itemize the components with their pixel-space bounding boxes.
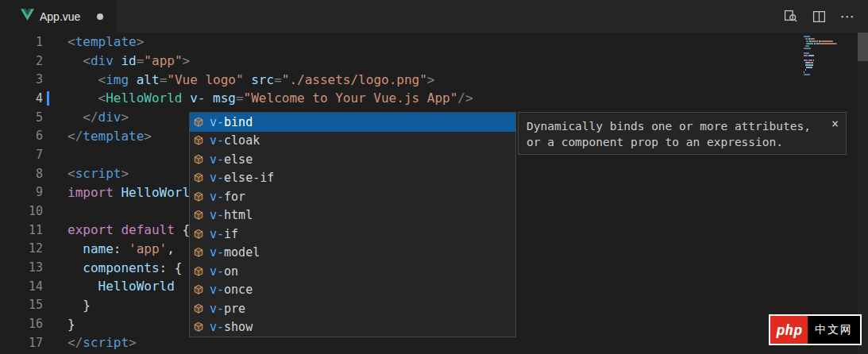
code-text: } <box>68 298 91 313</box>
property-icon <box>193 154 205 165</box>
property-icon <box>193 266 205 277</box>
suggestion-item[interactable]: v-once <box>190 281 515 300</box>
property-icon <box>193 229 205 240</box>
suggestion-item[interactable]: v-model <box>190 244 515 263</box>
suggestion-item[interactable]: v-if <box>190 225 515 244</box>
vue-logo-icon <box>21 9 34 24</box>
code-text: </div> <box>68 110 129 125</box>
code-text: </script> <box>68 335 137 350</box>
tab-title: App.vue <box>40 10 80 23</box>
code-text: <HelloWorld v- msg="Welcome to Your Vue.… <box>68 90 473 106</box>
property-icon <box>193 135 205 146</box>
open-preview-icon[interactable] <box>782 9 798 25</box>
code-text: name: 'app', <box>68 241 175 256</box>
property-icon <box>193 172 205 183</box>
modified-indicator[interactable] <box>97 13 103 20</box>
code-text: components: { <box>68 260 183 275</box>
line-number[interactable]: 3 <box>0 72 43 87</box>
code-text: <div id="app"> <box>68 53 190 68</box>
watermark-cn-text: 中文网 <box>808 316 860 344</box>
suggestion-item[interactable]: v-else <box>190 150 515 169</box>
suggestion-label: v-once <box>210 283 253 297</box>
line-number[interactable]: 11 <box>0 223 43 237</box>
scrollbar-thumb[interactable] <box>858 33 868 61</box>
line-number[interactable]: 4 <box>0 91 43 106</box>
editor[interactable]: 1<template>2 <div id="app">3 <img alt="V… <box>0 33 868 354</box>
line-number[interactable]: 5 <box>0 110 43 125</box>
line-number[interactable]: 9 <box>0 185 43 199</box>
suggest-list: v-bindv-cloakv-elsev-else-ifv-forv-htmlv… <box>190 113 515 337</box>
scrollbar-track[interactable] <box>858 33 868 354</box>
suggestion-label: v-html <box>210 208 253 222</box>
line-number[interactable]: 17 <box>0 336 43 350</box>
line-number[interactable]: 13 <box>0 260 43 275</box>
suggestion-label: v-cloak <box>210 133 260 148</box>
suggestion-item[interactable]: v-for <box>190 187 515 206</box>
current-line-marker <box>47 91 49 106</box>
line-number[interactable]: 15 <box>0 298 43 312</box>
suggestion-item[interactable]: v-html <box>190 206 515 225</box>
line-number[interactable]: 2 <box>0 54 43 68</box>
suggestion-item[interactable]: v-show <box>190 318 515 337</box>
suggestion-label: v-if <box>210 227 238 241</box>
suggestion-item[interactable]: v-else-if <box>190 169 515 188</box>
suggestion-item[interactable]: v-on <box>190 262 515 281</box>
suggestion-label: v-for <box>210 190 245 204</box>
suggestion-label: v-bind <box>210 115 253 129</box>
code-line[interactable]: 1<template> <box>0 33 868 52</box>
code-text: </template> <box>68 129 152 144</box>
code-text: <template> <box>68 34 144 49</box>
code-text: } <box>68 317 75 332</box>
line-number[interactable]: 10 <box>0 204 43 218</box>
property-icon <box>193 247 205 258</box>
watermark-php-logo: php <box>770 316 808 344</box>
suggest-doc-text: Dynamically binds one or more attributes… <box>527 120 811 148</box>
line-number[interactable]: 16 <box>0 317 43 331</box>
suggestion-label: v-pre <box>210 302 245 316</box>
code-text: export default { <box>68 222 190 237</box>
code-text: import HelloWorl <box>68 185 190 200</box>
property-icon <box>193 284 205 295</box>
line-number[interactable]: 8 <box>0 167 43 181</box>
minimap[interactable] <box>804 36 854 76</box>
property-icon <box>193 191 205 202</box>
line-number[interactable]: 12 <box>0 241 43 256</box>
line-number[interactable]: 14 <box>0 279 43 294</box>
tab-app-vue[interactable]: App.vue <box>0 0 118 33</box>
php-cn-watermark: php 中文网 <box>769 314 862 345</box>
line-number[interactable]: 1 <box>0 35 43 49</box>
split-editor-icon[interactable] <box>811 9 827 25</box>
code-line[interactable]: 3 <img alt="Vue logo" src="./assets/logo… <box>0 70 868 89</box>
line-number[interactable]: 6 <box>0 129 43 143</box>
code-text: HelloWorld <box>68 279 175 294</box>
property-icon <box>193 210 205 221</box>
suggestion-item[interactable]: v-bind <box>190 113 515 132</box>
suggestion-label: v-else <box>210 152 253 167</box>
code-text: <script> <box>68 166 129 181</box>
more-actions-icon[interactable]: ⋯ <box>839 9 855 25</box>
suggest-doc-popup: Dynamically binds one or more attributes… <box>518 112 847 155</box>
suggestion-item[interactable]: v-cloak <box>190 132 515 151</box>
suggest-widget: v-bindv-cloakv-elsev-else-ifv-forv-htmlv… <box>189 112 516 337</box>
editor-actions: ⋯ <box>782 0 868 33</box>
suggestion-label: v-on <box>210 264 238 279</box>
tab-bar: App.vue ⋯ <box>0 0 868 33</box>
code-line[interactable]: 2 <div id="app"> <box>0 52 868 71</box>
suggestion-label: v-show <box>210 320 253 334</box>
close-icon[interactable]: × <box>831 116 839 132</box>
property-icon <box>193 303 205 314</box>
suggestion-label: v-else-if <box>210 171 274 185</box>
property-icon <box>193 117 205 128</box>
suggestion-label: v-model <box>210 245 260 260</box>
code-line[interactable]: 4 <HelloWorld v- msg="Welcome to Your Vu… <box>0 89 868 108</box>
line-number[interactable]: 7 <box>0 148 43 162</box>
property-icon <box>193 321 205 333</box>
code-text: <img alt="Vue logo" src="./assets/logo.p… <box>68 72 434 87</box>
suggestion-item[interactable]: v-pre <box>190 299 515 318</box>
